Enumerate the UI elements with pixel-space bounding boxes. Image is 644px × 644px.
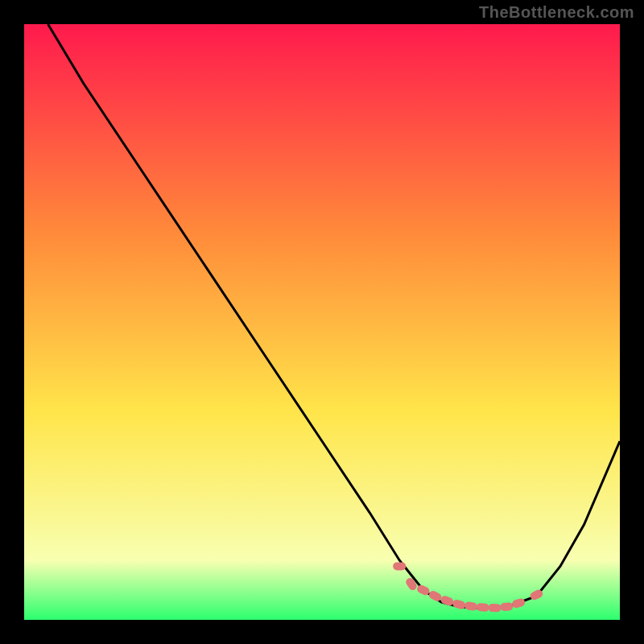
watermark-text: TheBottleneck.com (479, 3, 634, 22)
chart-container: TheBottleneck.com (0, 0, 644, 644)
marker-point (393, 562, 406, 570)
marker-point (500, 602, 514, 612)
chart-svg (24, 24, 620, 620)
marker-point (488, 604, 501, 613)
gradient-bg (24, 24, 620, 620)
marker-point (476, 603, 489, 613)
plot-area (24, 24, 620, 620)
